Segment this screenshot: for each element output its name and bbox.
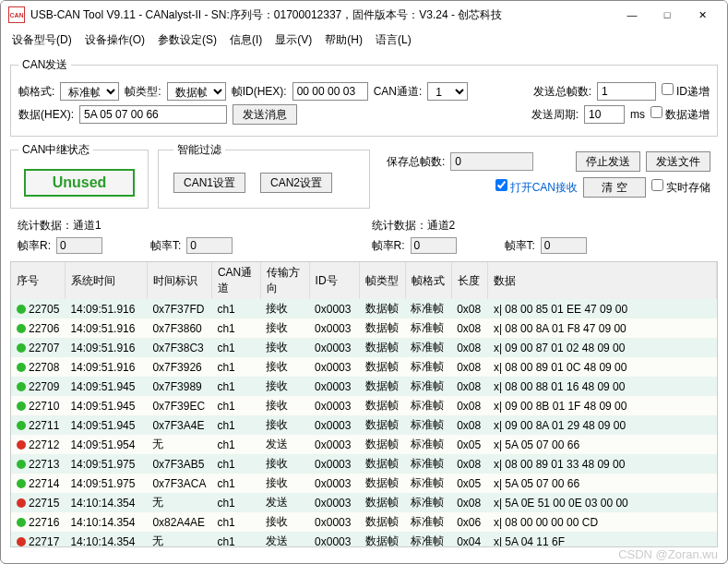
cell: 数据帧 [360, 299, 406, 318]
ch2-rate-r-label: 帧率R: [372, 238, 405, 254]
cell: ch1 [211, 532, 260, 547]
cell: x| 08 00 85 01 EE 47 09 00 [488, 299, 717, 318]
table-row[interactable]: 2270714:09:51.9160x7F38C3ch1接收0x0003数据帧标… [11, 338, 717, 357]
table-row[interactable]: 2271614:10:14.3540x82A4AEch1接收0x0003数据帧标… [11, 512, 717, 532]
cell: 22715 [11, 493, 65, 512]
col-header[interactable]: 帧格式 [405, 262, 451, 299]
can2-settings-button[interactable]: CAN2设置 [260, 173, 332, 193]
maximize-button[interactable]: □ [650, 2, 685, 28]
menu-language[interactable]: 语言(L) [376, 32, 412, 48]
table-row[interactable]: 2271014:09:51.9450x7F39ECch1接收0x0003数据帧标… [11, 396, 717, 415]
send-total-input[interactable] [597, 82, 656, 101]
cell: 14:09:51.945 [65, 396, 147, 415]
channel-select[interactable]: 1 [427, 82, 468, 101]
cell: 0x08 [451, 338, 488, 357]
cell: 14:09:51.945 [65, 377, 147, 396]
menu-info[interactable]: 信息(I) [230, 32, 262, 48]
table-row[interactable]: 2271414:09:51.9750x7F3ACAch1接收0x0003数据帧标… [11, 474, 717, 493]
col-header[interactable]: 序号 [11, 262, 65, 299]
menu-param[interactable]: 参数设定(S) [158, 32, 217, 48]
send-period-input[interactable] [584, 105, 625, 124]
watermark: CSDN @Zoran.wu [618, 547, 718, 561]
table-row[interactable]: 2271214:09:51.954无ch1发送0x0003数据帧标准帧0x05x… [11, 435, 717, 454]
table-row[interactable]: 2271314:09:51.9750x7F3AB5ch1接收0x0003数据帧标… [11, 454, 717, 474]
frame-format-label: 帧格式: [18, 84, 54, 100]
table-row[interactable]: 2271514:10:14.354无ch1发送0x0003数据帧标准帧0x08x… [11, 493, 717, 512]
table-row[interactable]: 2271114:09:51.9450x7F3A4Ech1接收0x0003数据帧标… [11, 415, 717, 435]
cell: 接收 [260, 474, 309, 493]
table-row[interactable]: 2271714:10:14.354无ch1发送0x0003数据帧标准帧0x04x… [11, 532, 717, 547]
cell: 数据帧 [360, 318, 406, 338]
cell: 22716 [11, 512, 65, 532]
frame-format-select[interactable]: 标准帧 [60, 82, 119, 101]
open-rx-checkbox[interactable] [495, 179, 507, 191]
id-inc-checkbox[interactable] [662, 83, 674, 95]
table-row[interactable]: 2270914:09:51.9450x7F3989ch1接收0x0003数据帧标… [11, 377, 717, 396]
cell: 标准帧 [405, 299, 451, 318]
menu-display[interactable]: 显示(V) [275, 32, 312, 48]
stats-ch2-label: 统计数据：通道2 [372, 218, 711, 234]
stop-send-button[interactable]: 停止发送 [576, 151, 640, 172]
status-dot-icon [17, 402, 26, 411]
cell: 22708 [11, 357, 65, 377]
col-header[interactable]: 时间标识 [147, 262, 211, 299]
menu-help[interactable]: 帮助(H) [325, 32, 363, 48]
status-dot-icon [17, 343, 26, 353]
minimize-button[interactable]: — [615, 2, 650, 28]
cell: 14:09:51.945 [65, 415, 147, 435]
cell: 0x05 [451, 435, 488, 454]
clear-button[interactable]: 清 空 [583, 177, 646, 198]
close-button[interactable]: ✕ [685, 2, 720, 28]
menu-device-op[interactable]: 设备操作(O) [85, 32, 145, 48]
status-dot-icon [17, 305, 26, 314]
data-hex-input[interactable] [79, 105, 227, 124]
unused-button[interactable]: Unused [24, 169, 135, 197]
status-dot-icon [17, 518, 26, 527]
cell: 无 [147, 532, 211, 547]
col-header[interactable]: 传输方向 [260, 262, 309, 299]
cell: x| 08 00 88 01 16 48 09 00 [488, 377, 717, 396]
cell: 发送 [260, 532, 309, 547]
col-header[interactable]: 数据 [488, 262, 717, 299]
table-row[interactable]: 2270514:09:51.9160x7F37FDch1接收0x0003数据帧标… [11, 299, 717, 318]
realtime-checkbox[interactable] [651, 179, 663, 191]
cell: 标准帧 [405, 377, 451, 396]
col-header[interactable]: ID号 [309, 262, 360, 299]
cell: 0x7F3989 [147, 377, 211, 396]
send-total-label: 发送总帧数: [533, 84, 591, 100]
cell: x| 5A 05 07 00 66 [488, 435, 717, 454]
ch2-rate-r-value: 0 [411, 237, 457, 254]
cell: 14:09:51.954 [65, 435, 147, 454]
cell: ch1 [211, 318, 260, 338]
id-inc-checkbox-label[interactable]: ID递增 [662, 83, 710, 100]
cell: 接收 [260, 377, 309, 396]
menu-device-type[interactable]: 设备型号(D) [12, 32, 72, 48]
cell: 0x0003 [309, 435, 360, 454]
data-inc-checkbox[interactable] [650, 106, 662, 118]
realtime-checkbox-label[interactable]: 实时存储 [651, 179, 710, 196]
cell: ch1 [211, 377, 260, 396]
frame-type-select[interactable]: 数据帧 [167, 82, 226, 101]
frame-id-input[interactable] [292, 82, 368, 101]
send-file-button[interactable]: 发送文件 [646, 151, 710, 172]
cell: 数据帧 [360, 532, 406, 547]
col-header[interactable]: CAN通道 [211, 262, 260, 299]
col-header[interactable]: 系统时间 [65, 262, 147, 299]
can1-settings-button[interactable]: CAN1设置 [173, 173, 245, 193]
data-inc-checkbox-label[interactable]: 数据递增 [650, 106, 710, 123]
cell: 0x0003 [309, 454, 360, 474]
table-row[interactable]: 2270614:09:51.9160x7F3860ch1接收0x0003数据帧标… [11, 318, 717, 338]
col-header[interactable]: 长度 [451, 262, 488, 299]
cell: ch1 [211, 396, 260, 415]
cell: 0x0003 [309, 357, 360, 377]
table-row[interactable]: 2270814:09:51.9160x7F3926ch1接收0x0003数据帧标… [11, 357, 717, 377]
cell: 标准帧 [405, 318, 451, 338]
send-message-button[interactable]: 发送消息 [233, 104, 297, 125]
status-dot-icon [17, 440, 26, 450]
cell: 数据帧 [360, 338, 406, 357]
col-header[interactable]: 帧类型 [360, 262, 406, 299]
cell: ch1 [211, 454, 260, 474]
status-dot-icon [17, 537, 26, 546]
open-rx-checkbox-label[interactable]: 打开CAN接收 [495, 179, 578, 196]
cell: 0x0003 [309, 532, 360, 547]
